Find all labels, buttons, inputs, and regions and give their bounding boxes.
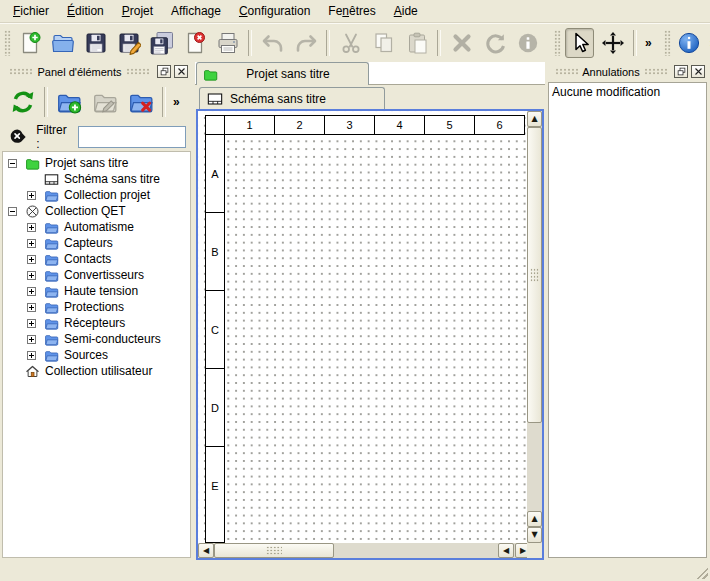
folder-icon (44, 316, 59, 331)
resize-grip[interactable] (695, 566, 708, 579)
horizontal-scrollbar[interactable]: ◀ ◀ ▶ (198, 543, 531, 558)
tree-item[interactable]: Collection QET (3, 203, 190, 219)
menu-fenetres[interactable]: Fenêtres (319, 1, 384, 21)
menu-projet[interactable]: Projet (113, 1, 162, 21)
tree-item[interactable]: Récepteurs (3, 315, 190, 331)
tree-item[interactable]: Collection utilisateur (3, 363, 190, 379)
menu-edition[interactable]: Édition (58, 1, 113, 21)
qet-collection-icon (25, 204, 40, 219)
tree-expander-plus[interactable] (27, 319, 36, 328)
tree-expander-plus[interactable] (27, 239, 36, 248)
scroll-left-button[interactable]: ◀ (198, 543, 214, 558)
vertical-scrollbar[interactable]: ▲ ▲ ▼ (527, 111, 542, 543)
menu-affichage[interactable]: Affichage (162, 1, 230, 21)
close-panel-button[interactable] (174, 65, 188, 78)
scroll-up-button[interactable]: ▲ (527, 111, 542, 127)
paste-button[interactable] (402, 28, 431, 58)
tree-expander-minus[interactable] (8, 207, 17, 216)
tree-expander-plus[interactable] (27, 271, 36, 280)
cut-button[interactable] (336, 28, 365, 58)
tree-item[interactable]: Convertisseurs (3, 267, 190, 283)
toolbar-drag-handle[interactable] (554, 30, 561, 56)
save-all-icon (150, 31, 174, 55)
rotate-button[interactable] (480, 28, 509, 58)
about-icon (677, 31, 701, 55)
tree-expander-plus[interactable] (27, 191, 36, 200)
info-icon (516, 31, 540, 55)
tree-item[interactable]: Protections (3, 299, 190, 315)
tree-expander-plus[interactable] (27, 223, 36, 232)
undo-history-list[interactable]: Aucune modification (548, 82, 707, 558)
clear-filter-button[interactable] (7, 125, 30, 149)
tree-expander-plus[interactable] (27, 351, 36, 360)
menu-aide[interactable]: Aide (385, 1, 427, 21)
paste-icon (405, 31, 429, 55)
project-mdi-area: Projet sans titre Schéma sans titre 1234… (195, 62, 545, 562)
scroll-left-button-right[interactable]: ◀ (498, 543, 514, 558)
tree-item[interactable]: Automatisme (3, 219, 190, 235)
edit-category-button[interactable] (89, 86, 121, 118)
save-icon (84, 31, 108, 55)
toolbar-drag-handle[interactable] (4, 30, 11, 56)
move-mode-button[interactable] (598, 28, 627, 58)
print-button[interactable] (213, 28, 242, 58)
redo-button[interactable] (291, 28, 320, 58)
toolbar-overflow-button[interactable]: » (641, 36, 656, 50)
new-file-button[interactable] (15, 28, 44, 58)
grid-row-header: E (206, 447, 224, 525)
scroll-up-button-bottom[interactable]: ▲ (527, 511, 542, 527)
open-file-button[interactable] (48, 28, 77, 58)
horizontal-scrollbar-thumb[interactable] (214, 543, 334, 558)
new-category-button[interactable] (53, 86, 85, 118)
toolbar-overflow-button[interactable]: » (169, 95, 184, 109)
close-file-button[interactable] (180, 28, 209, 58)
right-arrow-icon: ▶ (520, 547, 526, 555)
tree-item[interactable]: Collection projet (3, 187, 190, 203)
float-panel-button[interactable] (674, 65, 688, 78)
tree-item[interactable]: Sources (3, 347, 190, 363)
delete-category-button[interactable] (125, 86, 157, 118)
menu-configuration[interactable]: Configuration (230, 1, 319, 21)
copy-button[interactable] (369, 28, 398, 58)
tree-expander-minus[interactable] (8, 159, 17, 168)
tab-schema[interactable]: Schéma sans titre (199, 87, 385, 109)
print-icon (216, 31, 240, 55)
select-mode-button[interactable] (565, 28, 594, 58)
tree-expander-plus[interactable] (27, 287, 36, 296)
save-all-button[interactable] (147, 28, 176, 58)
tree-item[interactable]: Semi-conducteurs (3, 331, 190, 347)
delete-button[interactable] (447, 28, 476, 58)
tree-expander-plus[interactable] (27, 335, 36, 344)
toolbar-separator (326, 30, 330, 56)
filter-input[interactable] (78, 126, 186, 148)
tree-item[interactable]: Schéma sans titre (3, 171, 190, 187)
tree-expander-plus[interactable] (27, 255, 36, 264)
save-button[interactable] (81, 28, 110, 58)
tab-project[interactable]: Projet sans titre (196, 62, 369, 85)
toolbar-drag-handle[interactable] (664, 30, 671, 56)
undo-list-item[interactable]: Aucune modification (552, 85, 703, 100)
object-info-button[interactable] (513, 28, 542, 58)
toolbar-overflow-button[interactable]: » (706, 36, 710, 50)
about-button[interactable] (675, 28, 704, 58)
menu-fichier[interactable]: Fichier (4, 1, 58, 21)
scroll-down-button[interactable]: ▼ (527, 527, 542, 543)
tree-item[interactable]: Haute tension (3, 283, 190, 299)
reload-collections-button[interactable] (7, 86, 39, 118)
vertical-scrollbar-thumb[interactable] (527, 127, 542, 423)
tree-expander-plus[interactable] (27, 303, 36, 312)
undo-button[interactable] (258, 28, 287, 58)
undo-panel-titlebar[interactable]: Annulations (548, 62, 708, 81)
float-panel-button[interactable] (157, 65, 171, 78)
tree-item[interactable]: Contacts (3, 251, 190, 267)
toolbar-separator (44, 87, 48, 117)
tree-item[interactable]: Projet sans titre (3, 155, 190, 171)
tree-item[interactable]: Capteurs (3, 235, 190, 251)
diagram-canvas[interactable]: 123456ABCDE (198, 111, 527, 543)
toolbar-separator (248, 30, 252, 56)
elements-panel-titlebar[interactable]: Panel d'éléments (2, 62, 191, 81)
move-icon (601, 31, 625, 55)
refresh-icon (10, 89, 36, 115)
save-as-button[interactable] (114, 28, 143, 58)
close-panel-button[interactable] (691, 65, 705, 78)
